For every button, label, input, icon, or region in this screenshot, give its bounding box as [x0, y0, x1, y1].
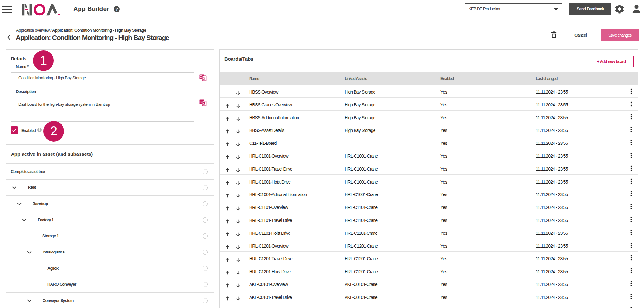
- svg-text:G: G: [199, 75, 202, 79]
- svg-text:G: G: [199, 100, 202, 104]
